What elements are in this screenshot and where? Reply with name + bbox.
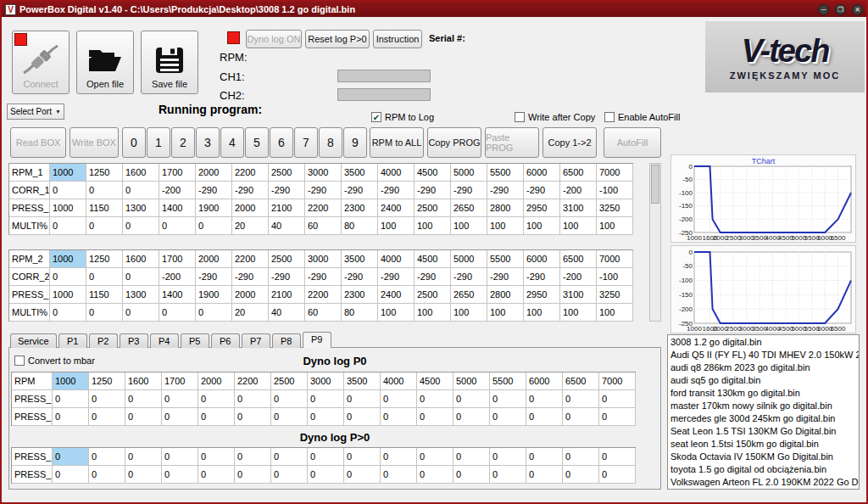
file-list-item[interactable]: ford transit 130km go digital.bin bbox=[670, 387, 856, 400]
table-cell[interactable]: 0 bbox=[271, 448, 308, 466]
table-cell[interactable]: -290 bbox=[196, 182, 232, 199]
table-cell[interactable]: -290 bbox=[232, 182, 269, 199]
table-cell[interactable]: 0 bbox=[599, 408, 636, 426]
table-cell[interactable]: -290 bbox=[524, 268, 560, 286]
instruction-button[interactable]: Instruction bbox=[373, 30, 422, 48]
table-cell[interactable]: 2500 bbox=[269, 164, 305, 182]
table-cell[interactable]: -290 bbox=[378, 182, 415, 199]
table-cell[interactable]: -100 bbox=[597, 182, 633, 199]
table-cell[interactable]: 0 bbox=[53, 390, 89, 408]
reset-log-button[interactable]: Reset log P>0 bbox=[305, 30, 370, 48]
table-cell[interactable]: 0 bbox=[123, 182, 159, 199]
table-cell[interactable]: -290 bbox=[269, 268, 305, 286]
table-cell[interactable]: 0 bbox=[526, 390, 563, 408]
table-cell[interactable]: -290 bbox=[487, 182, 524, 199]
table-cell[interactable]: 0 bbox=[89, 408, 125, 426]
table-cell[interactable]: 2100 bbox=[269, 199, 305, 217]
table-cell[interactable]: 100 bbox=[524, 217, 560, 235]
table-cell[interactable]: 0 bbox=[125, 448, 162, 466]
table-cell[interactable]: 6500 bbox=[563, 372, 599, 390]
select-port-dropdown[interactable]: Select Port ▼ bbox=[7, 104, 64, 120]
table-cell[interactable]: 5000 bbox=[451, 250, 487, 268]
table-cell[interactable]: 0 bbox=[50, 217, 86, 235]
table-cell[interactable]: -290 bbox=[342, 268, 378, 286]
table-cell[interactable]: 3500 bbox=[344, 372, 381, 390]
table-cell[interactable]: 100 bbox=[378, 304, 415, 322]
table-cell[interactable]: 0 bbox=[381, 448, 417, 466]
file-list-item[interactable]: Skoda Octavia IV 150KM Go Digital.bin bbox=[670, 451, 856, 463]
table-cell[interactable]: 0 bbox=[198, 448, 235, 466]
table-cell[interactable]: 2200 bbox=[232, 250, 269, 268]
table-cell[interactable]: 2650 bbox=[451, 199, 487, 217]
table-cell[interactable]: 3000 bbox=[308, 372, 344, 390]
table-cell[interactable]: 0 bbox=[308, 408, 344, 426]
table-cell[interactable]: 0 bbox=[162, 448, 198, 466]
table-cell[interactable]: 0 bbox=[53, 466, 89, 484]
digit-button[interactable]: 9 bbox=[343, 127, 367, 158]
table-cell[interactable]: 100 bbox=[487, 217, 524, 235]
table-cell[interactable]: 2500 bbox=[415, 286, 451, 304]
table-cell[interactable]: 3000 bbox=[305, 164, 342, 182]
digit-button[interactable]: 3 bbox=[196, 127, 220, 158]
tab[interactable]: P4 bbox=[150, 333, 179, 348]
table-cell[interactable]: 2000 bbox=[198, 372, 235, 390]
copy-prog-button[interactable]: Copy PROG bbox=[427, 127, 481, 158]
table-cell[interactable]: -200 bbox=[159, 268, 196, 286]
table-cell[interactable]: 5000 bbox=[451, 164, 487, 182]
table-cell[interactable]: 3500 bbox=[342, 164, 378, 182]
file-list-item[interactable]: mercedes gle 300d 245km go digital.bin bbox=[670, 412, 856, 425]
table-cell[interactable]: 2950 bbox=[524, 286, 560, 304]
table-cell[interactable]: 0 bbox=[123, 304, 159, 322]
table-cell[interactable]: 0 bbox=[89, 390, 125, 408]
table-cell[interactable]: 0 bbox=[196, 304, 232, 322]
table-cell[interactable]: -290 bbox=[232, 268, 269, 286]
table-cell[interactable]: 1000 bbox=[50, 164, 86, 182]
table-cell[interactable]: -200 bbox=[560, 268, 597, 286]
table-cell[interactable]: 0 bbox=[235, 390, 271, 408]
table-cell[interactable]: 0 bbox=[599, 466, 636, 484]
table-cell[interactable]: 6000 bbox=[524, 250, 560, 268]
table-cell[interactable]: 0 bbox=[563, 408, 599, 426]
table-cell[interactable]: 0 bbox=[453, 408, 490, 426]
table-cell[interactable]: 3100 bbox=[560, 199, 597, 217]
table-cell[interactable]: 0 bbox=[235, 466, 271, 484]
table-cell[interactable]: 6000 bbox=[524, 164, 560, 182]
table-cell[interactable]: -200 bbox=[159, 182, 196, 199]
tab[interactable]: P6 bbox=[211, 333, 240, 348]
table-cell[interactable]: 5500 bbox=[487, 250, 524, 268]
tab[interactable]: P2 bbox=[89, 333, 118, 348]
table-cell[interactable]: 0 bbox=[235, 448, 271, 466]
open-file-button[interactable]: Open file bbox=[76, 31, 134, 94]
table-cell[interactable]: 0 bbox=[308, 448, 344, 466]
table-cell[interactable]: 0 bbox=[490, 448, 526, 466]
file-list[interactable]: 3008 1.2 go digital.binAudi Q5 II (FY FL… bbox=[667, 334, 860, 490]
table-cell[interactable]: 1000 bbox=[50, 286, 86, 304]
table-cell[interactable]: 0 bbox=[453, 390, 490, 408]
table-cell[interactable]: 2000 bbox=[196, 250, 232, 268]
table-cell[interactable]: 40 bbox=[269, 217, 305, 235]
table-cell[interactable]: 60 bbox=[305, 304, 342, 322]
table-cell[interactable]: 0 bbox=[417, 390, 453, 408]
table-cell[interactable]: 100 bbox=[560, 304, 597, 322]
table-cell[interactable]: 0 bbox=[599, 448, 636, 466]
table-cell[interactable]: 0 bbox=[198, 466, 235, 484]
table-cell[interactable]: 0 bbox=[50, 182, 86, 199]
table-cell[interactable]: 1250 bbox=[86, 250, 123, 268]
table-cell[interactable]: 2500 bbox=[271, 372, 308, 390]
table-cell[interactable]: 0 bbox=[86, 268, 123, 286]
file-list-item[interactable]: audi sq5 go digital.bin bbox=[670, 374, 856, 387]
table-cell[interactable]: 0 bbox=[53, 408, 89, 426]
table-cell[interactable]: 3000 bbox=[305, 250, 342, 268]
table-cell[interactable]: 100 bbox=[415, 217, 451, 235]
table-cell[interactable]: 0 bbox=[271, 466, 308, 484]
digit-button[interactable]: 2 bbox=[171, 127, 195, 158]
table-cell[interactable]: 0 bbox=[563, 448, 599, 466]
paste-prog-button[interactable]: Paste PROG bbox=[485, 127, 539, 158]
table-cell[interactable]: 2950 bbox=[524, 199, 560, 217]
tab[interactable]: P5 bbox=[181, 333, 209, 348]
table-cell[interactable]: 100 bbox=[378, 217, 415, 235]
table-cell[interactable]: 0 bbox=[563, 390, 599, 408]
table-cell[interactable]: -290 bbox=[196, 268, 232, 286]
autofill-button[interactable]: AutoFill bbox=[604, 127, 661, 158]
connect-button[interactable]: Connect bbox=[12, 31, 70, 94]
